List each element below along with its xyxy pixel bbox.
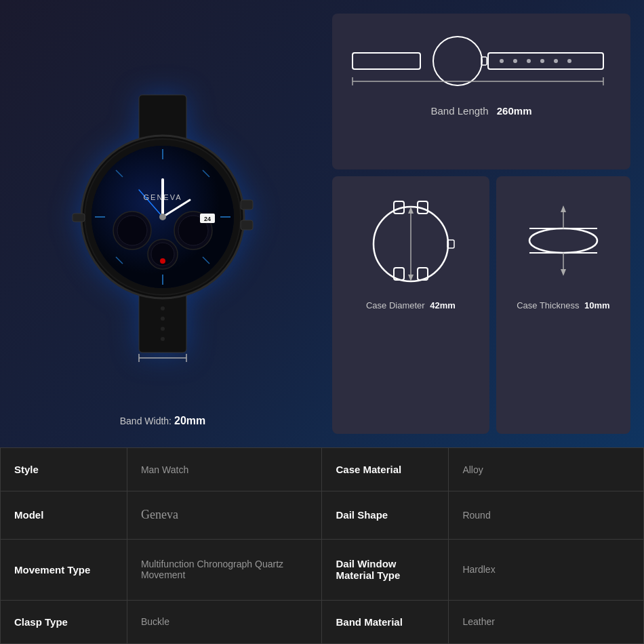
svg-rect-1	[139, 291, 186, 353]
svg-point-47	[567, 59, 571, 63]
svg-point-5	[161, 337, 165, 341]
band-length-label: Band Length 260mm	[431, 105, 532, 117]
band-width-value: 20mm	[174, 415, 205, 427]
clasp-value: Buckle	[127, 600, 322, 643]
svg-point-39	[433, 37, 482, 85]
table-row: Style Man Watch Case Material Alloy	[1, 448, 644, 491]
svg-point-28	[159, 214, 166, 220]
svg-point-24	[160, 258, 165, 264]
case-thickness-label: Case Thickness 10mm	[517, 300, 609, 310]
model-value: Geneva	[127, 491, 322, 539]
svg-point-46	[554, 59, 558, 63]
svg-point-2	[161, 306, 165, 310]
table-row: Clasp Type Buckle Band Material Leather	[1, 600, 644, 643]
case-diameter-box: Case Diameter 42mm	[332, 176, 489, 434]
dial-window-value: Hardlex	[449, 539, 644, 600]
watch-illustration: GENEVA 24	[34, 81, 291, 366]
movement-value: Multifunction Chronograph Quartz Movemen…	[127, 539, 322, 600]
case-thickness-diagram	[523, 186, 604, 295]
svg-text:GENEVA: GENEVA	[143, 193, 182, 201]
svg-point-19	[117, 216, 147, 245]
band-width-label: Band Width:	[120, 416, 172, 426]
svg-rect-38	[353, 53, 420, 69]
movement-label: Movement Type	[1, 539, 127, 600]
dial-shape-label: Dail Shape	[322, 491, 449, 539]
svg-point-45	[540, 59, 544, 63]
svg-text:24: 24	[204, 216, 211, 222]
svg-rect-30	[241, 220, 253, 230]
table-row: Movement Type Multifunction Chronograph …	[1, 539, 644, 600]
band-material-value: Leather	[449, 600, 644, 643]
svg-rect-41	[488, 53, 603, 69]
style-value: Man Watch	[127, 448, 322, 491]
svg-marker-58	[408, 207, 414, 214]
case-diameter-label: Case Diameter 42mm	[366, 300, 456, 310]
svg-point-44	[527, 59, 531, 63]
watch-container: GENEVA 24 Band Width: 20mm	[0, 0, 325, 447]
case-material-label: Case Material	[322, 448, 449, 491]
bottom-specs-row: Case Diameter 42mm	[332, 176, 630, 434]
band-width-container: Band Width: 20mm	[120, 415, 206, 427]
band-material-label: Band Material	[322, 600, 449, 643]
table-row: Model Geneva Dail Shape Round	[1, 491, 644, 539]
svg-point-60	[529, 228, 597, 253]
band-length-diagram	[346, 27, 617, 95]
svg-rect-31	[73, 214, 85, 222]
clasp-label: Clasp Type	[1, 600, 127, 643]
dial-window-label: Dail Window Material Type	[322, 539, 449, 600]
case-thickness-box: Case Thickness 10mm	[496, 176, 630, 434]
svg-marker-66	[561, 269, 566, 276]
watch-image-area: GENEVA 24	[20, 81, 305, 366]
case-diameter-diagram	[357, 186, 465, 295]
svg-rect-29	[241, 200, 253, 209]
svg-point-3	[161, 317, 165, 321]
spec-table: Style Man Watch Case Material Alloy Mode…	[0, 447, 644, 644]
dial-shape-value: Round	[449, 491, 644, 539]
band-length-box: Band Length 260mm	[332, 14, 630, 169]
case-material-value: Alloy	[449, 448, 644, 491]
svg-point-42	[500, 59, 504, 63]
svg-point-43	[513, 59, 517, 63]
svg-marker-59	[408, 275, 414, 281]
table-section: Style Man Watch Case Material Alloy Mode…	[0, 447, 644, 644]
style-label: Style	[1, 448, 127, 491]
svg-marker-64	[561, 205, 566, 212]
top-section: GENEVA 24 Band Width: 20mm	[0, 0, 644, 447]
svg-point-4	[161, 327, 165, 331]
model-label: Model	[1, 491, 127, 539]
specs-container: Band Length 260mm	[325, 0, 644, 447]
